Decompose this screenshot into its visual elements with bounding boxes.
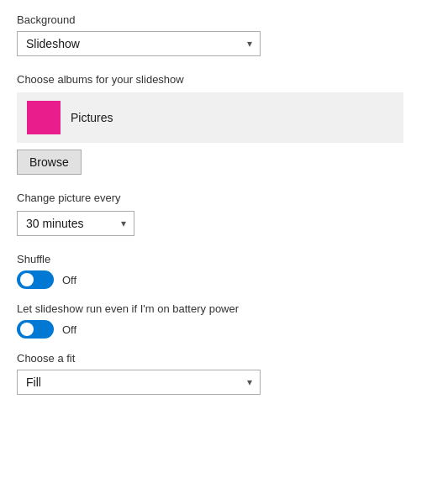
battery-section: Let slideshow run even if I'm on battery… <box>17 302 415 339</box>
fit-label: Choose a fit <box>17 352 415 365</box>
fit-dropdown-wrapper[interactable]: Fill Fit Stretch Tile Center Span ▾ <box>17 370 261 395</box>
background-section: Background Picture Solid color Slideshow… <box>17 13 415 56</box>
background-dropdown-wrapper[interactable]: Picture Solid color Slideshow ▾ <box>17 31 261 56</box>
minutes-dropdown-wrapper[interactable]: 1 minute 10 minutes 30 minutes 1 hour 6 … <box>17 211 134 236</box>
shuffle-toggle-thumb <box>20 273 34 286</box>
browse-button[interactable]: Browse <box>17 150 82 175</box>
shuffle-state: Off <box>62 274 76 286</box>
album-row: Pictures <box>17 92 403 143</box>
shuffle-toggle[interactable] <box>17 270 54 289</box>
battery-toggle-row: Off <box>17 320 415 339</box>
albums-section: Choose albums for your slideshow Picture… <box>17 73 415 175</box>
shuffle-section: Shuffle Off <box>17 253 415 289</box>
battery-state: Off <box>62 323 76 336</box>
background-label: Background <box>17 13 415 26</box>
change-picture-label: Change picture every <box>17 192 415 204</box>
fit-dropdown[interactable]: Fill Fit Stretch Tile Center Span <box>17 370 261 395</box>
shuffle-toggle-row: Off <box>17 270 415 289</box>
album-thumbnail <box>27 101 61 134</box>
minutes-dropdown[interactable]: 1 minute 10 minutes 30 minutes 1 hour 6 … <box>17 211 134 236</box>
battery-toggle-thumb <box>20 323 34 336</box>
battery-toggle[interactable] <box>17 320 54 339</box>
album-name: Pictures <box>71 111 113 124</box>
shuffle-toggle-track <box>17 270 54 289</box>
albums-label: Choose albums for your slideshow <box>17 73 415 86</box>
change-picture-section: Change picture every 1 minute 10 minutes… <box>17 192 415 236</box>
battery-toggle-track <box>17 320 54 339</box>
background-dropdown[interactable]: Picture Solid color Slideshow <box>17 31 261 56</box>
fit-section: Choose a fit Fill Fit Stretch Tile Cente… <box>17 352 415 395</box>
shuffle-label: Shuffle <box>17 253 415 265</box>
battery-label: Let slideshow run even if I'm on battery… <box>17 302 415 315</box>
